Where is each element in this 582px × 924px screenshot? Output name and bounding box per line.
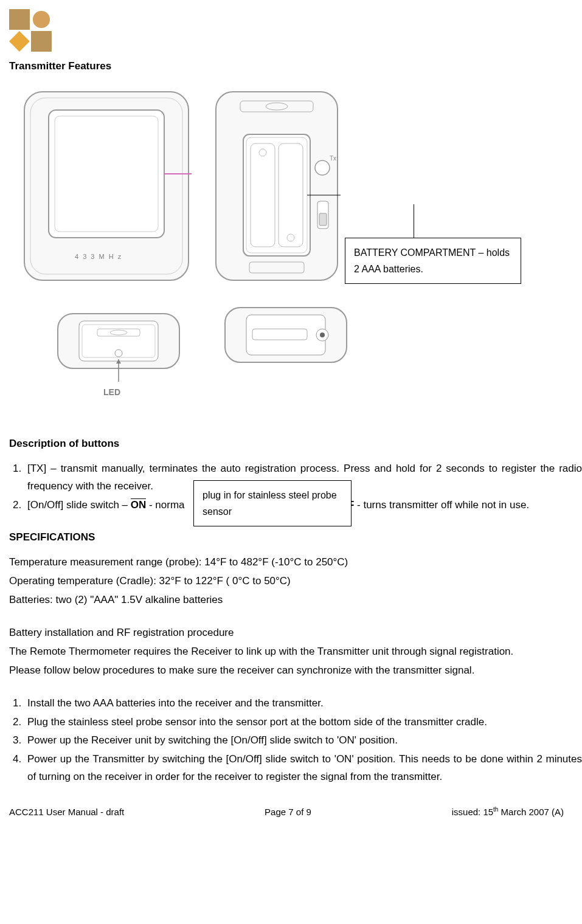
device-illustration-bottom [222,295,350,374]
led-label: LED [103,385,120,400]
svg-rect-30 [246,315,325,355]
svg-rect-9 [243,134,310,256]
mhz-label: 4 3 3 M H z [75,251,122,263]
callout-battery-compartment: BATTERY COMPARTMENT – holds 2 AAA batter… [345,238,521,284]
spec-batteries: Batteries: two (2) "AAA" 1.5V alkaline b… [9,591,582,609]
section-heading-buttons: Description of buttons [9,435,582,453]
procedure-step-4: Power up the Transmitter by switching th… [24,751,582,786]
procedure-step-2: Plug the stainless steel probe sensor in… [24,714,582,731]
footer-right-pre: issued: 15 [452,807,493,817]
svg-point-15 [315,160,330,175]
svg-text:Tx: Tx [330,155,336,162]
device-illustration-back: Tx [213,89,341,283]
spec-operating-temp: Operating temperature (Cradle): 32°F to … [9,573,582,590]
callout-connector-line [414,204,414,238]
footer-center: Page 7 of 9 [265,804,311,820]
onoff-pre: [On/Off] slide switch – [27,499,131,511]
spec-temp-range: Temperature measurement range (probe): 1… [9,554,582,571]
procedure-step-3: Power up the Receiver unit by switching … [24,732,582,750]
logo [9,9,52,52]
svg-rect-2 [49,110,164,238]
section-heading-features: Transmitter Features [9,58,582,75]
specs-block: Temperature measurement range (probe): 1… [9,554,582,609]
page-footer: ACC211 User Manual - draft Page 7 of 9 i… [9,804,582,820]
procedure-intro-1: The Remote Thermometer requires the Rece… [9,643,582,661]
footer-right-post: March 2007 (A) [498,807,564,817]
onoff-on: ON [131,499,147,511]
svg-point-33 [320,333,325,337]
figure-area: 4 3 3 M H z Tx [9,83,582,423]
footer-right: issued: 15th March 2007 (A) [452,804,564,820]
procedure-intro-2: Please follow below procedures to make s… [9,662,582,680]
callout-probe-sensor: plug in for stainless steel probe sensor [193,480,352,526]
onoff-end: - turns transmitter off while not in use… [354,499,529,511]
footer-left: ACC211 User Manual - draft [9,804,124,820]
procedure-heading: Battery installation and RF registration… [9,624,582,642]
section-heading-specs: SPECIFICATIONS [9,529,582,546]
procedure-steps: Install the two AAA batteries into the r… [9,695,582,786]
svg-rect-18 [319,213,327,226]
procedure-step-1: Install the two AAA batteries into the r… [24,695,582,712]
onoff-mid: - norma [146,499,184,511]
device-illustration-top [55,295,182,387]
svg-point-26 [115,350,122,357]
